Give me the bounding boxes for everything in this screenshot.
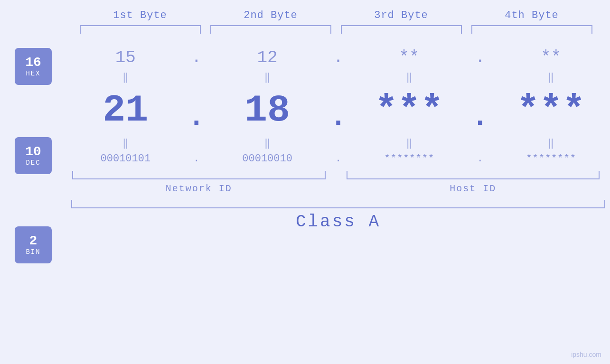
- hex-dot-3: .: [468, 48, 492, 67]
- badge-dec-label: DEC: [26, 159, 40, 167]
- bottom-bracket-row: [66, 171, 610, 179]
- bracket-top-row: [75, 25, 597, 34]
- badge-bin-label: BIN: [26, 248, 40, 256]
- class-bracket: [71, 200, 605, 208]
- badge-dec-num: 10: [25, 145, 41, 159]
- equals-row-1: ‖ ‖ ‖ ‖: [66, 71, 610, 84]
- bin-values-row: 00010101 . 00010010 . ******** .: [66, 153, 610, 165]
- equals-row-2: ‖ ‖ ‖ ‖: [66, 137, 610, 149]
- bin-dot-2: .: [327, 153, 350, 165]
- badge-dec: 10 DEC: [15, 137, 52, 174]
- eq1-2: ‖: [208, 71, 327, 84]
- bin-dot-3: .: [468, 153, 492, 165]
- bracket-top-2: [210, 25, 331, 34]
- badge-hex: 16 HEX: [15, 48, 52, 85]
- eq2-2: ‖: [208, 137, 327, 149]
- hex-val-4: **: [492, 48, 610, 67]
- network-id-bracket: [72, 171, 326, 179]
- dec-dot-3: .: [468, 87, 492, 133]
- network-id-label: Network ID: [66, 183, 331, 194]
- hex-dot-1: .: [185, 48, 208, 67]
- dec-val-3: ***: [350, 89, 469, 132]
- hex-dot-2: .: [327, 48, 350, 67]
- badge-hex-num: 16: [25, 56, 41, 70]
- bracket-top-1: [80, 25, 201, 34]
- bin-val-2: 00010010: [208, 153, 327, 165]
- bin-val-1: 00010101: [66, 153, 185, 165]
- host-id-bracket: [347, 171, 600, 179]
- byte-headers: 1st Byte 2nd Byte 3rd Byte 4th Byte: [75, 9, 597, 21]
- id-labels-row: Network ID Host ID: [66, 183, 610, 194]
- byte-header-1: 1st Byte: [75, 9, 206, 21]
- values-area: 15 . 12 . ** . **: [66, 43, 610, 263]
- badges-column: 16 HEX 10 DEC 2 BIN: [0, 43, 66, 263]
- hex-val-3: **: [350, 48, 469, 67]
- bin-val-4: ********: [492, 153, 610, 165]
- byte-header-4: 4th Byte: [467, 9, 597, 21]
- eq2-4: ‖: [492, 137, 610, 149]
- dec-val-4: ***: [492, 89, 610, 132]
- eq1-4: ‖: [492, 71, 610, 84]
- dec-dot-1: .: [185, 87, 208, 133]
- dec-val-1: 21: [66, 89, 185, 132]
- dec-values-row: 21 . 18 . *** . ***: [66, 87, 610, 133]
- eq1-3: ‖: [350, 71, 469, 84]
- bracket-top-4: [471, 25, 592, 34]
- main-container: 1st Byte 2nd Byte 3rd Byte 4th Byte 16 H…: [0, 0, 610, 364]
- eq2-1: ‖: [66, 137, 185, 149]
- hex-val-1: 15: [66, 48, 185, 67]
- eq2-3: ‖: [350, 137, 469, 149]
- eq1-1: ‖: [66, 71, 185, 84]
- badge-bin-num: 2: [29, 234, 38, 249]
- dec-val-2: 18: [208, 89, 327, 132]
- badge-bin: 2 BIN: [15, 226, 52, 263]
- dec-dot-2: .: [327, 87, 350, 133]
- bin-val-3: ********: [350, 153, 469, 165]
- bin-dot-1: .: [185, 153, 208, 165]
- hex-val-2: 12: [208, 48, 327, 67]
- byte-header-3: 3rd Byte: [336, 9, 467, 21]
- host-id-label: Host ID: [341, 183, 606, 194]
- class-label: Class A: [66, 212, 610, 232]
- badge-hex-label: HEX: [26, 70, 40, 77]
- watermark: ipshu.com: [571, 351, 601, 358]
- bracket-top-3: [341, 25, 462, 34]
- byte-header-2: 2nd Byte: [206, 9, 336, 21]
- hex-values-row: 15 . 12 . ** . **: [66, 48, 610, 67]
